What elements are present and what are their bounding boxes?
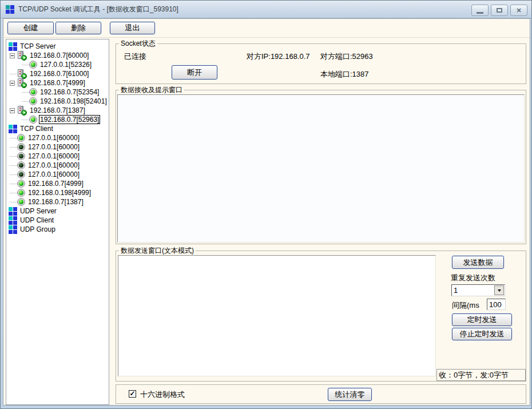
peer-ip-label: 对方IP:192.168.0.7 — [247, 51, 310, 62]
repeat-count-combobox[interactable]: 1 — [451, 284, 505, 296]
tree-item[interactable]: 192.168.0.7[4999] — [6, 78, 109, 88]
timed-send-button[interactable]: 定时发送 — [452, 313, 512, 326]
tree-item[interactable]: 127.0.0.1[60000] — [6, 152, 109, 161]
bottom-panel: ✓ 十六进制格式 统计清零 — [116, 384, 526, 404]
category-squares-icon — [9, 125, 17, 133]
tree-item[interactable]: TCP Server — [6, 42, 109, 51]
connection-active-icon — [29, 116, 37, 124]
interval-label: 间隔(ms — [452, 300, 479, 311]
clear-stats-button[interactable]: 统计清零 — [328, 388, 372, 401]
connection-active-icon — [29, 61, 37, 69]
close-icon: ✕ — [516, 7, 521, 14]
tree-item[interactable]: 192.168.0.7[1387] — [6, 197, 109, 207]
tree-item-label: UDP Server — [19, 207, 57, 215]
tree-item-label: UDP Group — [19, 225, 56, 233]
tree-item[interactable]: 127.0.0.1[60000] — [6, 170, 109, 179]
tree-item[interactable]: 192.168.0.7[1387] — [6, 106, 109, 115]
tree-item-label: 192.168.0.7[61000] — [29, 70, 89, 78]
tree-connector-line — [10, 138, 17, 138]
send-textarea[interactable] — [118, 255, 436, 376]
disconnect-button[interactable]: 断开 — [172, 65, 217, 80]
tree-item[interactable]: UDP Client — [6, 216, 109, 225]
category-squares-icon — [9, 207, 17, 216]
tree-item[interactable]: 127.0.0.1[52326] — [6, 60, 109, 69]
send-data-button[interactable]: 发送数据 — [452, 256, 504, 269]
tree-item-label: 127.0.0.1[52326] — [39, 61, 92, 69]
tree-item[interactable]: 127.0.0.1[60000] — [6, 161, 109, 170]
tree-connector-line — [22, 101, 29, 102]
tree-item-label: TCP Client — [19, 125, 54, 133]
toolbar-divider — [3, 37, 530, 38]
connection-inactive-icon — [17, 161, 25, 169]
connection-active-icon — [17, 180, 25, 188]
socket-status-group: Socket状态 已连接 对方IP:192.168.0.7 对方端口:52963… — [116, 43, 526, 84]
category-squares-icon — [9, 42, 17, 51]
tree-item-label: 127.0.0.1[60000] — [27, 170, 80, 178]
connection-active-icon — [17, 198, 25, 206]
title-bar: TCP/UDP Socket 调试工具 - [数据收发窗口_593910] ✕ — [1, 1, 531, 18]
server-icon — [17, 69, 27, 78]
tree-item-label: TCP Server — [19, 42, 56, 50]
tree-collapse-icon[interactable] — [10, 108, 15, 113]
tree-item-label: 192.168.0.198[4999] — [27, 189, 92, 197]
interval-input[interactable] — [487, 299, 506, 310]
receive-group: 数据接收及提示窗口 — [116, 90, 526, 244]
server-icon — [17, 51, 27, 60]
local-port-label: 本地端口:1387 — [320, 69, 369, 80]
connection-inactive-icon — [17, 170, 25, 178]
tree-connector-line — [10, 202, 17, 202]
tree-item[interactable]: 127.0.0.1[60000] — [6, 133, 109, 142]
create-button[interactable]: 创建 — [7, 22, 54, 34]
tree-item-label: 192.168.0.7[60000] — [29, 51, 89, 59]
send-group: 数据发送窗口(文本模式) 发送数据 重复发送次数 1 间隔(ms 定时发送 停止… — [116, 251, 526, 382]
tree-connector-line — [22, 92, 29, 93]
tree-item-label: 127.0.0.1[60000] — [27, 143, 80, 151]
delete-button[interactable]: 删除 — [55, 22, 101, 34]
tree-item-label: 192.168.0.198[52401] — [39, 97, 108, 105]
tree-item[interactable]: 127.0.0.1[60000] — [6, 142, 109, 152]
tree-item[interactable]: 192.168.0.198[4999] — [6, 188, 109, 197]
window-title: TCP/UDP Socket 调试工具 - [数据收发窗口_593910] — [18, 5, 178, 14]
tree-item-label: 127.0.0.1[60000] — [27, 152, 80, 160]
peer-port-label: 对方端口:52963 — [320, 51, 373, 62]
connection-inactive-icon — [17, 143, 25, 151]
tree-item[interactable]: 192.168.0.198[52401] — [6, 97, 109, 106]
repeat-count-label: 重复发送次数 — [451, 273, 495, 283]
tree-item-label: UDP Client — [19, 216, 54, 224]
combobox-dropdown-icon[interactable] — [494, 285, 504, 295]
restore-button[interactable] — [491, 5, 508, 16]
tree-item[interactable]: 192.168.0.7[61000] — [6, 69, 109, 78]
restore-icon — [497, 8, 502, 13]
tree-item[interactable]: 192.168.0.7[4999] — [6, 179, 109, 188]
tree-item[interactable]: UDP Server — [6, 207, 109, 216]
send-group-title: 数据发送窗口(文本模式) — [119, 247, 196, 255]
tree-item[interactable]: TCP Client — [6, 124, 109, 133]
receive-textarea[interactable] — [117, 94, 525, 243]
category-squares-icon — [9, 225, 17, 234]
minimize-icon — [477, 12, 483, 14]
connection-inactive-icon — [17, 152, 25, 160]
tree-collapse-icon[interactable] — [10, 53, 15, 58]
server-icon — [17, 106, 27, 115]
connection-active-icon — [29, 88, 37, 96]
tree-item[interactable]: 192.168.0.7[60000] — [6, 51, 109, 60]
tree-connector-line — [22, 120, 29, 120]
tree-item[interactable]: 192.168.0.7[52963] — [6, 115, 109, 124]
receive-group-title: 数据接收及提示窗口 — [119, 86, 184, 94]
category-squares-icon — [9, 216, 17, 225]
tree-item[interactable]: 192.168.0.7[52354] — [6, 88, 109, 97]
repeat-count-value: 1 — [452, 286, 494, 295]
exit-button[interactable]: 退出 — [110, 22, 155, 34]
client-area: 创建 删除 退出 TCP Server192.168.0.7[60000]127… — [3, 18, 530, 406]
tree-item-label: 127.0.0.1[60000] — [27, 134, 80, 142]
minimize-button[interactable] — [471, 5, 489, 16]
hex-format-checkbox[interactable]: ✓ — [129, 390, 136, 398]
app-logo-icon — [6, 5, 14, 14]
tree-collapse-icon[interactable] — [10, 81, 15, 86]
tree-item[interactable]: UDP Group — [6, 225, 109, 234]
connection-active-icon — [17, 134, 25, 142]
close-button[interactable]: ✕ — [510, 5, 527, 16]
app-window: TCP/UDP Socket 调试工具 - [数据收发窗口_593910] ✕ … — [0, 0, 532, 409]
stop-timed-send-button[interactable]: 停止定时发送 — [452, 328, 512, 340]
connection-tree[interactable]: TCP Server192.168.0.7[60000]127.0.0.1[52… — [6, 39, 109, 405]
